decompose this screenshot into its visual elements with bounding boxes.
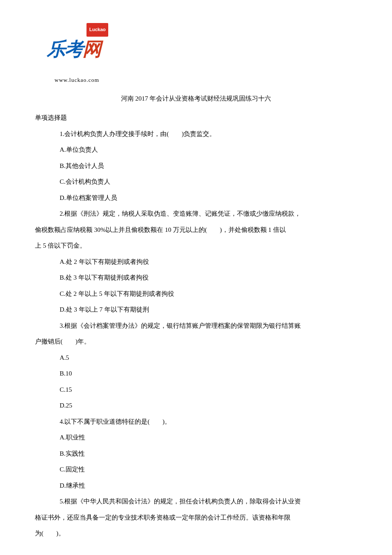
question-4-stem: 4.以下不属于职业道德特征的是( )。 <box>47 414 345 430</box>
question-5-stem-line-3: 为( )。 <box>35 526 345 542</box>
luckao-badge: Luckao <box>86 23 108 37</box>
question-1-option-a: A.单位负责人 <box>47 142 345 158</box>
question-2-stem-line-3: 上 5 倍以下罚金。 <box>35 238 345 254</box>
site-logo: Luckao 乐考网 <box>47 26 101 72</box>
question-1-stem: 1.会计机构负责人办理交接手续时，由( )负责监交。 <box>47 126 345 142</box>
question-3-option-c: C.15 <box>47 382 345 398</box>
question-3-stem-line-2: 户撤销后( )年。 <box>35 334 345 350</box>
question-4-option-a: A.职业性 <box>47 430 345 446</box>
site-header: Luckao 乐考网 www.luckao.com <box>47 26 345 87</box>
site-url: www.luckao.com <box>55 73 345 87</box>
question-3-option-d: D.25 <box>47 398 345 414</box>
question-5-stem-line-1: 5.根据《中华人民共和国会计法》的规定，担任会计机构负责人的，除取得会计从业资 <box>47 494 345 510</box>
question-3-option-b: B.10 <box>47 366 345 382</box>
document-page: Luckao 乐考网 www.luckao.com 河南 2017 年会计从业资… <box>0 0 392 555</box>
question-2-option-b: B.处 3 年以下有期徒刑或者拘役 <box>47 270 345 286</box>
question-1-option-d: D.单位档案管理人员 <box>47 190 345 206</box>
question-1-option-c: C.会计机构负责人 <box>47 174 345 190</box>
question-2-option-a: A.处 2 年以下有期徒刑或者拘役 <box>47 254 345 270</box>
brand-char-3: 网 <box>83 38 101 59</box>
brand-char-2: 考 <box>65 38 83 59</box>
question-2-stem-line-1: 2.根据《刑法》规定，纳税人采取伪造、变造账簿、记账凭证，不缴或少缴应纳税款， <box>47 206 345 222</box>
question-5-stem-line-2: 格证书外，还应当具备一定的专业技术职务资格或一定年限的会计工作经历。该资格和年限 <box>35 510 345 526</box>
document-title: 河南 2017 年会计从业资格考试财经法规巩固练习十六 <box>47 91 345 107</box>
question-4-option-d: D.继承性 <box>47 478 345 494</box>
question-3-option-a: A.5 <box>47 350 345 366</box>
brand-char-1: 乐 <box>47 38 65 59</box>
question-3-stem-line-1: 3.根据《会计档案管理办法》的规定，银行结算账户管理档案的保管期限为银行结算账 <box>47 318 345 334</box>
question-2-stem-line-2: 偷税数额占应纳税额 30%以上并且偷税数额在 10 万元以上的( )，并处偷税数… <box>35 222 345 238</box>
question-1-option-b: B.其他会计人员 <box>47 158 345 174</box>
question-4-option-b: B.实践性 <box>47 446 345 462</box>
question-2-option-c: C.处 2 年以上 5 年以下有期徒刑或者拘役 <box>47 286 345 302</box>
question-2-option-d: D.处 3 年以上 7 年以下有期徒刑 <box>47 302 345 318</box>
question-4-option-c: C.固定性 <box>47 462 345 478</box>
brand-name: 乐考网 <box>47 38 101 59</box>
section-heading: 单项选择题 <box>35 110 345 126</box>
